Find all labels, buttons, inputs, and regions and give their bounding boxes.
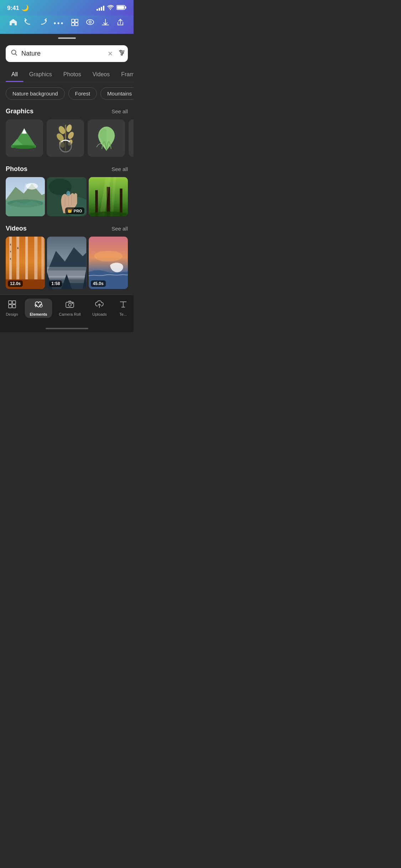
svg-rect-3: [72, 19, 74, 22]
svg-rect-4: [75, 19, 78, 22]
graphics-title: Graphics: [6, 108, 33, 115]
crown-icon: 👑: [67, 208, 72, 213]
svg-point-87: [72, 303, 73, 304]
battery-icon: [116, 5, 126, 11]
main-content: ✕ All Graphics Photos Videos Frames › Na…: [0, 42, 134, 295]
svg-rect-5: [72, 23, 74, 26]
status-icons: [97, 5, 126, 11]
search-container: ✕: [0, 42, 134, 68]
tab-photos[interactable]: Photos: [58, 68, 87, 82]
svg-rect-2: [117, 6, 124, 9]
pro-badge: 👑 PRO: [65, 207, 84, 214]
nav-elements[interactable]: Elements: [25, 299, 52, 318]
nav-design-label: Design: [6, 312, 18, 316]
svg-point-49: [67, 191, 71, 196]
home-icon[interactable]: [9, 18, 17, 28]
svg-point-86: [68, 304, 71, 306]
search-input[interactable]: [21, 50, 104, 57]
eye-icon[interactable]: [85, 18, 95, 28]
tab-videos[interactable]: Videos: [87, 68, 116, 82]
nav-text-label: Te...: [119, 312, 127, 316]
video-duration-2: 1:58: [49, 280, 62, 287]
bottom-nav: Design Elements Camera Roll: [0, 295, 134, 325]
chip-nature-background[interactable]: Nature background: [6, 87, 65, 100]
photos-header: Photos See all: [0, 162, 134, 177]
video-duration-1: 12.0s: [8, 280, 23, 287]
svg-rect-1: [125, 6, 126, 9]
svg-marker-17: [22, 128, 27, 134]
tab-frames[interactable]: Frames: [115, 68, 134, 82]
videos-grid: 12.0s: [0, 237, 134, 295]
svg-point-15: [121, 54, 123, 55]
videos-see-all[interactable]: See all: [111, 226, 128, 232]
layers-icon[interactable]: [71, 18, 79, 28]
handle-bar: [58, 37, 76, 39]
graphics-see-all[interactable]: See all: [111, 108, 128, 114]
svg-rect-82: [12, 305, 16, 308]
share-icon[interactable]: [116, 18, 125, 28]
svg-rect-81: [9, 305, 12, 308]
graphics-header: Graphics See all: [0, 105, 134, 119]
graphic-item-flower[interactable]: [129, 119, 134, 157]
chip-mountains[interactable]: Mountains: [100, 87, 134, 100]
graphic-item-branch[interactable]: [47, 119, 84, 157]
photos-title: Photos: [6, 165, 27, 173]
video-item-autumn[interactable]: 12.0s: [6, 237, 45, 289]
photo-item-forest[interactable]: [89, 177, 128, 216]
graphic-item-leaf[interactable]: [88, 119, 125, 157]
videos-header: Videos See all: [0, 222, 134, 237]
more-icon[interactable]: •••: [54, 19, 64, 27]
video-item-mist[interactable]: 1:58: [47, 237, 86, 289]
design-icon: [8, 300, 16, 311]
signal-icon: [97, 6, 104, 11]
svg-rect-80: [12, 301, 16, 304]
undo-icon[interactable]: [24, 18, 32, 28]
loading-spinner: [59, 140, 72, 153]
svg-point-42: [26, 183, 38, 190]
nav-camera-roll[interactable]: Camera Roll: [54, 299, 85, 318]
status-time: 9:41 🌙: [7, 4, 29, 12]
search-icon: [11, 49, 18, 58]
pro-label: PRO: [74, 209, 82, 213]
wifi-icon: [107, 5, 114, 11]
svg-point-25: [67, 131, 75, 140]
svg-point-20: [14, 145, 35, 149]
svg-point-14: [122, 52, 124, 53]
videos-title: Videos: [6, 225, 27, 232]
video-item-ocean[interactable]: 45.0s: [89, 237, 128, 289]
suggestion-chips: Nature background Forest Mountains Trees: [0, 82, 134, 105]
download-icon[interactable]: [101, 18, 110, 28]
graphic-item-mountain[interactable]: [6, 119, 43, 157]
nav-text[interactable]: Te...: [114, 299, 133, 318]
status-bar: 9:41 🌙: [0, 0, 134, 15]
chip-forest[interactable]: Forest: [68, 87, 97, 100]
svg-point-8: [89, 21, 91, 23]
svg-point-7: [87, 20, 94, 25]
search-filter-button[interactable]: [118, 49, 126, 58]
moon-icon: 🌙: [21, 4, 29, 12]
search-bar: ✕: [6, 45, 128, 62]
tab-graphics[interactable]: Graphics: [24, 68, 58, 82]
home-indicator: [0, 325, 134, 332]
elements-icon: [34, 300, 43, 311]
nav-uploads-label: Uploads: [92, 312, 106, 316]
home-bar: [46, 328, 88, 329]
toolbar: •••: [0, 15, 134, 34]
camera-icon: [65, 300, 74, 311]
svg-point-23: [65, 124, 73, 133]
svg-marker-83: [35, 305, 37, 307]
text-icon: [119, 300, 128, 311]
redo-icon[interactable]: [39, 18, 47, 28]
photo-item-lake[interactable]: [6, 177, 45, 216]
uploads-icon: [95, 300, 104, 311]
photos-see-all[interactable]: See all: [111, 166, 128, 172]
nav-uploads[interactable]: Uploads: [87, 299, 111, 318]
photo-item-hand[interactable]: 👑 PRO: [47, 177, 86, 216]
search-clear-button[interactable]: ✕: [108, 50, 113, 58]
svg-rect-79: [9, 301, 12, 304]
nav-design[interactable]: Design: [1, 299, 23, 318]
svg-point-78: [94, 251, 123, 262]
tab-all[interactable]: All: [6, 68, 24, 82]
svg-rect-6: [75, 23, 78, 26]
graphics-scroll-row: [0, 119, 134, 162]
